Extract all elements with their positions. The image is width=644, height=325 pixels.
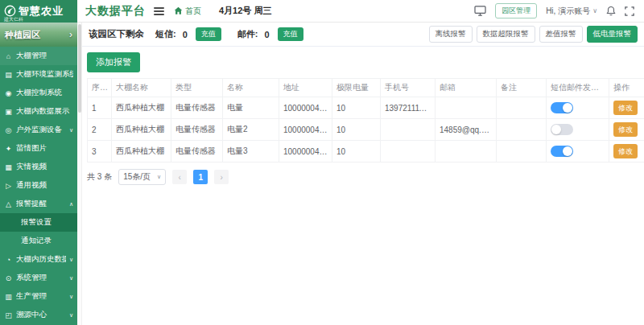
sms-recharge-button[interactable]: 充值: [196, 27, 221, 41]
date-text: 4月12号 周三: [219, 5, 271, 17]
sidebar-item-disaster-videos[interactable]: ▦ 灾情视频: [0, 158, 77, 176]
sidebar-item-label: 大棚内历史数据: [16, 254, 66, 265]
alarm-type-tabs: 离线报警 数据超限报警 差值报警 低电量报警: [429, 26, 638, 43]
prev-page-button[interactable]: ‹: [172, 170, 187, 184]
cell-email: 14859@qq.com: [436, 119, 497, 141]
modify-button[interactable]: 修改: [613, 101, 638, 115]
scrollbar-thumb[interactable]: [78, 24, 81, 113]
fullscreen-icon[interactable]: [625, 6, 634, 16]
page-size-select[interactable]: 15条/页 ∨: [118, 169, 166, 185]
sidebar-item-label: 大棚控制系统: [16, 88, 73, 98]
sms-email-switch[interactable]: [551, 124, 573, 135]
sms-email-switch[interactable]: [551, 102, 573, 113]
sidebar-item-general-videos[interactable]: ▷ 通用视频: [0, 176, 77, 195]
sms-count: 0: [183, 30, 188, 39]
sidebar-item-data-display[interactable]: ▣ 大棚内数据展示: [0, 102, 77, 121]
sidebar-item-alarm-reminder[interactable]: △ 报警提醒 ∧: [0, 195, 77, 213]
header-limit-battery: 极限电量: [332, 79, 381, 97]
sidebar-item-production-management[interactable]: ▥ 生产管理 ∨: [0, 287, 77, 306]
modify-button[interactable]: 修改: [613, 144, 638, 158]
quota-info-bar: 该园区下剩余 短信: 0 充值 邮件: 0 充值 离线报警 数据超限报警 差值报…: [82, 23, 644, 47]
chevron-down-icon: ∨: [157, 174, 161, 180]
disaster-video-icon: ▦: [4, 163, 13, 171]
table-row: 2 西瓜种植大棚 电量传感器 电量2 10000004_5_1 10 14859…: [88, 119, 644, 141]
next-page-button[interactable]: ›: [214, 170, 229, 184]
cell-remark: [497, 97, 547, 119]
home-label: 首页: [185, 6, 201, 17]
sidebar-item-greenhouse-management[interactable]: ⌂ 大棚管理: [0, 47, 77, 65]
cell-phone: [381, 119, 436, 141]
sidebar-item-control-system[interactable]: ◉ 大棚控制系统: [0, 84, 77, 102]
alarm-icon: △: [4, 200, 13, 208]
tab-low-battery-alarm[interactable]: 低电量报警: [587, 26, 638, 43]
main-content: 该园区下剩余 短信: 0 充值 邮件: 0 充值 离线报警 数据超限报警 差值报…: [82, 23, 644, 325]
header-operations: 操作: [609, 79, 644, 97]
table-row: 1 西瓜种植大棚 电量传感器 电量 10000004_4_1 10 139721…: [88, 97, 644, 119]
cell-address: 10000004_5_1: [279, 119, 332, 141]
cell-remark: [497, 119, 547, 141]
top-bar: 智慧农业 建大仁科 大数据平台 首页 4月12号 周三 园区管理 Hi, 演示账…: [0, 0, 644, 23]
user-menu[interactable]: Hi, 演示账号 ∨: [546, 6, 597, 17]
remaining-label: 该园区下剩余: [89, 28, 144, 40]
sidebar-subitem-alarm-settings[interactable]: 报警设置: [0, 213, 77, 232]
sidebar-item-env-monitoring-system[interactable]: ▤ 大棚环境监测系统: [0, 65, 77, 84]
bell-icon[interactable]: [606, 6, 616, 16]
email-recharge-button[interactable]: 充值: [278, 27, 303, 41]
cell-email: [436, 97, 497, 119]
production-icon: ▥: [4, 293, 13, 301]
tab-difference-alarm[interactable]: 差值报警: [539, 26, 583, 43]
header-greenhouse-name: 大棚名称: [112, 79, 171, 97]
sms-email-switch[interactable]: [551, 146, 573, 157]
email-count: 0: [264, 30, 269, 39]
tab-offline-alarm[interactable]: 离线报警: [429, 26, 473, 43]
cell-address: 10000004_6_1: [279, 141, 332, 162]
sidebar-item-history-data[interactable]: ◔ 大棚内历史数据 ∨: [0, 250, 77, 269]
cell-greenhouse: 西瓜种植大棚: [112, 97, 171, 119]
chevron-right-icon: ›: [69, 29, 72, 40]
trace-icon: ◰: [4, 311, 13, 319]
sidebar-item-outdoor-devices[interactable]: ◎ 户外监测设备 ∨: [0, 121, 77, 139]
sidebar-item-seedling-images[interactable]: ✦ 苗情图片: [0, 139, 77, 158]
sidebar-item-traceability-center[interactable]: ◰ 溯源中心 ∨: [0, 306, 77, 324]
header-type: 类型: [171, 79, 223, 97]
menu-collapse-icon[interactable]: [154, 7, 164, 15]
sidebar-item-label: 通用视频: [16, 180, 73, 191]
sidebar-item-label: 生产管理: [16, 291, 66, 302]
current-page-button[interactable]: 1: [193, 170, 208, 184]
sidebar-menu: ⌂ 大棚管理 ▤ 大棚环境监测系统 ◉ 大棚控制系统 ▣ 大棚内数据展示 ◎ 户…: [0, 47, 77, 324]
chevron-down-icon: ∨: [592, 7, 597, 14]
chevron-down-icon: ∨: [69, 312, 73, 319]
total-count-label: 共 3 条: [87, 171, 112, 183]
sidebar-item-label: 大棚内数据展示: [16, 106, 73, 117]
chevron-down-icon: ∨: [69, 294, 73, 300]
logo-subtitle: 建大仁科: [4, 17, 23, 23]
add-alarm-button[interactable]: 添加报警: [87, 52, 140, 72]
cell-type: 电量传感器: [171, 97, 223, 119]
tab-data-limit-alarm[interactable]: 数据超限报警: [477, 26, 535, 43]
cell-limit: 10: [332, 141, 381, 162]
alarm-table: 序号 大棚名称 类型 名称 地址 极限电量 手机号 邮箱 备注 短信邮件发送开关…: [87, 78, 644, 162]
sidebar-subitem-notification-records[interactable]: 通知记录: [0, 232, 77, 250]
history-icon: ◔: [4, 256, 13, 264]
sidebar-item-label: 系统管理: [16, 273, 66, 283]
system-icon: ⊙: [4, 274, 13, 282]
breadcrumb-home[interactable]: 首页: [174, 6, 201, 17]
sidebar-item-label: 灾情视频: [16, 162, 73, 172]
sidebar-subitem-label: 报警设置: [21, 217, 73, 228]
header-phone: 手机号: [381, 79, 436, 97]
modify-button[interactable]: 修改: [613, 122, 638, 137]
park-banner[interactable]: 种植园区 ›: [0, 23, 77, 47]
sidebar-item-system-management[interactable]: ⊙ 系统管理 ∨: [0, 269, 77, 287]
cell-type: 电量传感器: [171, 119, 223, 141]
data-display-icon: ▣: [4, 108, 13, 116]
cell-remark: [497, 141, 547, 162]
content-scrollbar[interactable]: [77, 23, 82, 325]
big-screen-icon[interactable]: [474, 6, 486, 16]
sidebar-item-label: 大棚管理: [16, 51, 73, 61]
table-row: 3 西瓜种植大棚 电量传感器 电量3 10000004_6_1 10 修改删除: [88, 141, 644, 162]
header-email: 邮箱: [436, 79, 497, 97]
park-manage-button[interactable]: 园区管理: [495, 3, 537, 19]
sidebar: 种植园区 › ⌂ 大棚管理 ▤ 大棚环境监测系统 ◉ 大棚控制系统 ▣ 大棚内数…: [0, 23, 77, 325]
greenhouse-icon: ⌂: [4, 52, 13, 60]
park-banner-label: 种植园区: [5, 29, 40, 41]
